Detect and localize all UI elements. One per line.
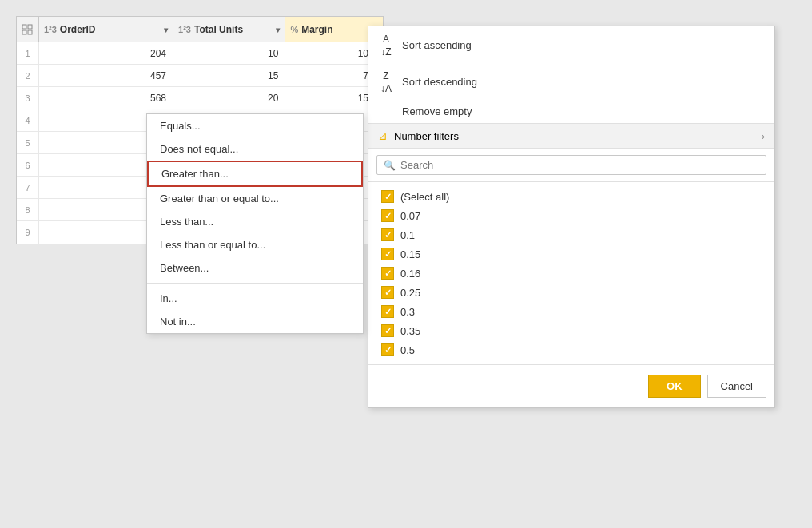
main-container: 1²3 OrderID ▾ 1²3 Total Units ▾ % Margin… bbox=[0, 0, 812, 528]
sort-descending-label: Sort descending bbox=[402, 76, 477, 88]
col-header-orderid[interactable]: 1²3 OrderID ▾ bbox=[39, 17, 173, 42]
cell-orderid: 204 bbox=[39, 42, 173, 64]
totalunits-type-icon: 1²3 bbox=[178, 25, 191, 34]
checkbox-check: ✓ bbox=[384, 230, 392, 240]
action-buttons: OK Cancel bbox=[368, 364, 774, 407]
col-totalunits-label: Total Units bbox=[194, 24, 243, 35]
checkbox-check: ✓ bbox=[384, 345, 392, 355]
table-header: 1²3 OrderID ▾ 1²3 Total Units ▾ % Margin… bbox=[17, 17, 383, 42]
number-filters-row[interactable]: ⊿ Number filters › bbox=[368, 123, 774, 149]
checkbox-label: 0.1 bbox=[400, 229, 415, 241]
row-number: 3 bbox=[17, 87, 39, 109]
checkbox-label: (Select all) bbox=[400, 191, 449, 203]
menu-item-less-than[interactable]: Less than... bbox=[147, 210, 363, 233]
number-filters-label: Number filters bbox=[394, 130, 459, 142]
row-number: 5 bbox=[17, 132, 39, 153]
table-grid-icon bbox=[22, 24, 33, 35]
sort-descending-item[interactable]: Z​↓A Sort descending bbox=[368, 63, 774, 100]
filter-panel: A​↓Z Sort ascending Z​↓A Sort descending… bbox=[368, 26, 775, 408]
sort-ascending-label: Sort ascending bbox=[402, 39, 472, 51]
table-row: 1 204 10 10.0 bbox=[17, 42, 383, 65]
remove-empty-item[interactable]: Remove empty bbox=[368, 100, 774, 123]
checkbox-label: 0.3 bbox=[400, 306, 415, 318]
table-row: 2 457 15 7.0 bbox=[17, 65, 383, 87]
checkbox-item[interactable]: ✓ (Select all) bbox=[376, 187, 766, 206]
cancel-button[interactable]: Cancel bbox=[707, 375, 766, 398]
menu-separator bbox=[147, 283, 363, 284]
checkbox-box: ✓ bbox=[381, 190, 394, 203]
checkbox-item[interactable]: ✓ 0.16 bbox=[376, 264, 766, 283]
orderid-dropdown-icon[interactable]: ▾ bbox=[164, 26, 168, 34]
checkbox-item[interactable]: ✓ 0.35 bbox=[376, 321, 766, 340]
cell-totalunits: 20 bbox=[173, 87, 285, 109]
checkbox-box: ✓ bbox=[381, 209, 394, 222]
checkbox-label: 0.35 bbox=[400, 325, 420, 337]
checkbox-item[interactable]: ✓ 0.07 bbox=[376, 206, 766, 225]
checkbox-box: ✓ bbox=[381, 305, 394, 318]
col-header-totalunits[interactable]: 1²3 Total Units ▾ bbox=[173, 17, 285, 42]
menu-item-does-not-equal[interactable]: Does not equal... bbox=[147, 137, 363, 161]
table-row: 3 568 20 15.0 bbox=[17, 87, 383, 109]
sort-ascending-icon: A​↓Z bbox=[378, 32, 394, 58]
checkbox-box: ✓ bbox=[381, 248, 394, 260]
checkbox-label: 0.07 bbox=[400, 210, 420, 222]
checkbox-check: ✓ bbox=[384, 192, 392, 202]
menu-item-less-than-equal[interactable]: Less than or equal to... bbox=[147, 233, 363, 256]
row-number: 2 bbox=[17, 65, 39, 86]
margin-type-icon: % bbox=[290, 25, 298, 34]
checkbox-box: ✓ bbox=[381, 324, 394, 337]
menu-item-greater-than-equal[interactable]: Greater than or equal to... bbox=[147, 187, 363, 210]
context-menu: Equals... Does not equal... Greater than… bbox=[146, 113, 364, 334]
svg-rect-3 bbox=[28, 30, 32, 34]
row-number: 9 bbox=[17, 221, 39, 244]
cell-totalunits: 15 bbox=[173, 65, 285, 86]
menu-item-greater-than[interactable]: Greater than... bbox=[147, 161, 363, 187]
search-box-container: 🔍 bbox=[368, 149, 774, 182]
checkbox-item[interactable]: ✓ 0.15 bbox=[376, 244, 766, 264]
checkbox-label: 0.16 bbox=[400, 268, 420, 280]
menu-item-equals[interactable]: Equals... bbox=[147, 114, 363, 137]
chevron-right-icon: › bbox=[762, 130, 765, 142]
checkbox-check: ✓ bbox=[384, 326, 392, 336]
remove-empty-label: Remove empty bbox=[402, 105, 472, 117]
checkbox-check: ✓ bbox=[384, 307, 392, 317]
ok-button[interactable]: OK bbox=[648, 375, 701, 398]
search-box: 🔍 bbox=[376, 155, 766, 175]
row-number: 7 bbox=[17, 177, 39, 198]
checkbox-box: ✓ bbox=[381, 343, 394, 356]
sort-descending-icon: Z​↓A bbox=[378, 69, 394, 94]
checkbox-item[interactable]: ✓ 0.1 bbox=[376, 225, 766, 244]
checkbox-label: 0.15 bbox=[400, 248, 420, 260]
orderid-type-icon: 1²3 bbox=[44, 25, 57, 34]
checkbox-box: ✓ bbox=[381, 267, 394, 280]
search-icon: 🔍 bbox=[384, 160, 396, 171]
menu-item-in[interactable]: In... bbox=[147, 287, 363, 310]
menu-item-not-in[interactable]: Not in... bbox=[147, 310, 363, 333]
row-number: 6 bbox=[17, 154, 39, 176]
sort-ascending-item[interactable]: A​↓Z Sort ascending bbox=[368, 26, 774, 63]
cell-totalunits: 10 bbox=[173, 42, 285, 64]
col-orderid-label: OrderID bbox=[60, 24, 96, 35]
svg-rect-0 bbox=[22, 25, 26, 29]
checkbox-check: ✓ bbox=[384, 249, 392, 260]
search-input[interactable] bbox=[400, 159, 759, 171]
checkbox-label: 0.5 bbox=[400, 344, 415, 356]
checkbox-check: ✓ bbox=[384, 288, 392, 298]
menu-item-between[interactable]: Between... bbox=[147, 256, 363, 280]
row-number: 4 bbox=[17, 109, 39, 131]
checkbox-box: ✓ bbox=[381, 228, 394, 241]
checkbox-item[interactable]: ✓ 0.5 bbox=[376, 340, 766, 359]
checkbox-check: ✓ bbox=[384, 268, 392, 279]
cell-orderid: 457 bbox=[39, 65, 173, 86]
filter-funnel-icon: ⊿ bbox=[378, 129, 388, 142]
checkbox-item[interactable]: ✓ 0.3 bbox=[376, 302, 766, 321]
row-number: 8 bbox=[17, 199, 39, 220]
checkbox-label: 0.25 bbox=[400, 287, 420, 299]
checkbox-item[interactable]: ✓ 0.25 bbox=[376, 283, 766, 302]
cell-orderid: 568 bbox=[39, 87, 173, 109]
totalunits-dropdown-icon[interactable]: ▾ bbox=[276, 26, 280, 34]
row-number: 1 bbox=[17, 42, 39, 64]
checkbox-list: ✓ (Select all) ✓ 0.07 ✓ 0.1 ✓ 0.15 ✓ 0.1… bbox=[368, 182, 774, 364]
col-margin-label: Margin bbox=[301, 24, 332, 35]
svg-rect-1 bbox=[28, 25, 32, 29]
